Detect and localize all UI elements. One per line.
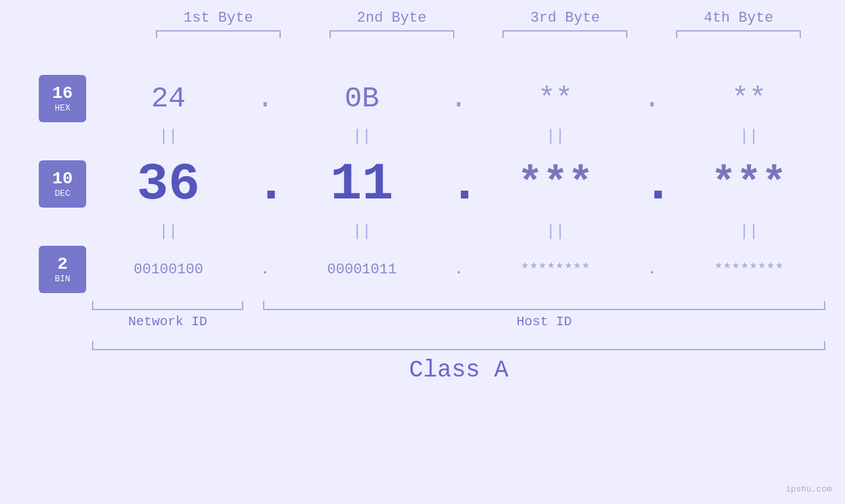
bin-badge: 2 BIN (39, 246, 86, 293)
byte3-bracket (502, 30, 627, 38)
eq1-b2-sign: || (352, 127, 372, 145)
eq1-b3-sign: || (546, 127, 565, 145)
watermark-text: ipshu.com (786, 484, 832, 494)
eq2-b3-sign: || (546, 223, 565, 241)
hex-dot1-value: . (256, 82, 274, 115)
host-id-bracket (263, 301, 825, 310)
byte4-header: 4th Byte (676, 10, 801, 38)
eq-1-b3: || (490, 127, 621, 145)
eq-2-b3: || (490, 223, 621, 241)
eq-2-b1: || (103, 223, 234, 241)
network-id-label-cell: Network ID (92, 314, 243, 329)
bin-number: 2 (57, 255, 68, 274)
bin-b1: 00100100 (103, 262, 234, 278)
eq-values-2: || || || || (92, 223, 825, 241)
hex-badge: 16 HEX (39, 75, 86, 122)
byte3-label: 3rd Byte (531, 10, 600, 26)
bottom-brackets-row (33, 301, 825, 310)
bin-badge-col: 2 BIN (33, 246, 92, 293)
hex-b3-value: ** (538, 82, 573, 115)
hex-number: 16 (52, 84, 72, 103)
class-bracket (92, 341, 825, 350)
class-label-row: Class A (33, 357, 825, 384)
hex-b4: ** (683, 82, 815, 115)
eq2-b4-sign: || (740, 223, 759, 241)
byte1-bracket (156, 30, 281, 38)
dec-values: 36 . 11 . *** . *** (92, 154, 825, 214)
byte4-label: 4th Byte (704, 10, 773, 26)
bin-label: BIN (55, 274, 70, 284)
id-labels: Network ID Host ID (92, 314, 825, 329)
id-label-spacer (33, 314, 92, 329)
hex-label: HEX (55, 103, 70, 113)
eq-values-1: || || || || (92, 127, 825, 145)
byte2-bracket (329, 30, 454, 38)
hex-dot3-value: . (644, 82, 661, 115)
network-id-bracket (92, 301, 243, 310)
eq-1-b2: || (296, 127, 427, 145)
class-label: Class A (409, 357, 508, 384)
dec-dot3: . (642, 154, 662, 214)
bin-b3: ******** (490, 262, 621, 278)
bin-b1-value: 00100100 (133, 262, 203, 278)
class-label-spacer (33, 357, 92, 384)
host-id-label-cell: Host ID (263, 314, 825, 329)
byte2-label: 2nd Byte (357, 10, 427, 26)
hex-dot2: . (448, 82, 468, 115)
bottom-brackets (92, 301, 825, 310)
bin-b4: ******** (683, 262, 815, 278)
hex-b1-value: 24 (151, 82, 186, 115)
eq2-b2-sign: || (352, 223, 372, 241)
bin-dot1-value: . (261, 262, 270, 278)
hex-b3: ** (490, 82, 621, 115)
bin-dot3: . (642, 262, 662, 278)
hex-dot2-value: . (450, 82, 467, 115)
hex-values: 24 . 0B . ** . ** (92, 82, 825, 115)
eq-row-1: || || || || (33, 125, 825, 148)
label-gap (243, 314, 263, 329)
bin-b2-value: 00001011 (327, 262, 397, 278)
eq-1-b4: || (683, 127, 815, 145)
dec-dot1: . (255, 154, 275, 214)
dec-dot2: . (448, 154, 468, 214)
hex-b2-value: 0B (345, 82, 379, 115)
eq1-b4-sign: || (740, 127, 759, 145)
data-rows: 16 HEX 24 . 0B . ** (33, 72, 825, 384)
page: 1st Byte 2nd Byte 3rd Byte 4th Byte 16 H… (0, 0, 845, 504)
dec-b4: *** (683, 160, 815, 208)
bin-dot3-value: . (648, 262, 656, 278)
dec-badge-col: 10 DEC (33, 160, 92, 208)
bin-values: 00100100 . 00001011 . ******** . (92, 262, 825, 278)
dec-b2: 11 (296, 154, 427, 214)
bin-row: 2 BIN 00100100 . 00001011 . ******** (33, 243, 825, 296)
hex-row: 16 HEX 24 . 0B . ** (33, 72, 825, 125)
bin-b4-value: ******** (714, 262, 784, 278)
byte1-header: 1st Byte (156, 10, 281, 38)
dec-dot2-value: . (448, 154, 480, 214)
hex-b4-value: ** (732, 82, 767, 115)
dec-b1-value: 36 (137, 154, 200, 214)
eq-2-b4: || (683, 223, 815, 241)
eq1-b1-sign: || (159, 127, 178, 145)
dec-dot3-value: . (642, 154, 674, 214)
dec-badge: 10 DEC (39, 160, 86, 208)
bin-b3-value: ******** (521, 262, 591, 278)
dec-b3-value: *** (518, 160, 593, 208)
bin-dot2-value: . (454, 262, 463, 278)
byte2-header: 2nd Byte (329, 10, 454, 38)
dec-b3: *** (490, 160, 621, 208)
dec-row: 10 DEC 36 . 11 . *** (33, 148, 825, 220)
hex-dot1: . (255, 82, 275, 115)
dec-b1: 36 (103, 154, 234, 214)
hex-dot3: . (642, 82, 662, 115)
byte1-label: 1st Byte (183, 10, 253, 26)
dec-b2-value: 11 (330, 154, 393, 214)
bin-b2: 00001011 (296, 262, 427, 278)
dec-dot1-value: . (255, 154, 287, 214)
dec-label: DEC (55, 189, 70, 198)
bin-dot1: . (255, 262, 275, 278)
bracket-gap1 (243, 301, 263, 310)
header-row: 1st Byte 2nd Byte 3rd Byte 4th Byte (132, 10, 825, 38)
class-bracket-row (33, 341, 825, 350)
class-label-cell: Class A (92, 357, 825, 384)
